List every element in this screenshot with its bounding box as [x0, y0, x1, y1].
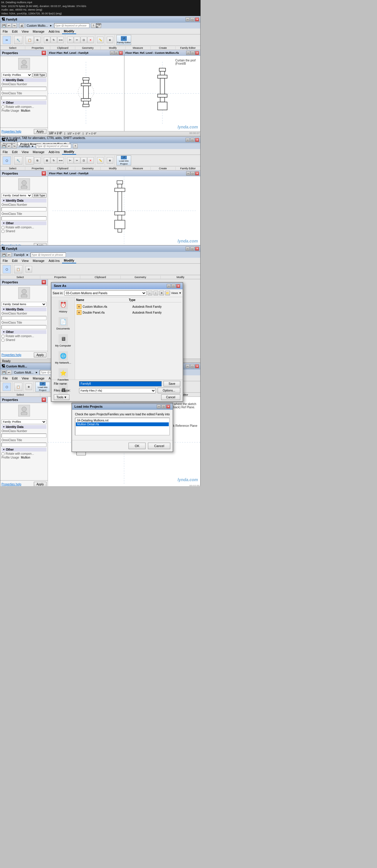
- qa-save-3[interactable]: 💾: [1, 252, 6, 257]
- menu-file-2[interactable]: File: [1, 150, 10, 154]
- props-close-btn-3[interactable]: ✕: [42, 280, 46, 284]
- props-close-btn-2[interactable]: ✕: [42, 172, 46, 176]
- family-type-select-4[interactable]: Family: Profiles: [1, 420, 47, 424]
- rotate-cb-3[interactable]: [1, 335, 4, 338]
- maximize-btn-1[interactable]: □: [190, 17, 194, 22]
- close-btn-4[interactable]: ✕: [195, 364, 199, 368]
- create-btn-2[interactable]: ⊕: [107, 157, 113, 164]
- other-section-3[interactable]: Other: [1, 330, 47, 334]
- dialog-min-4[interactable]: ─: [157, 404, 161, 409]
- saveas-delete-btn[interactable]: ✕: [160, 291, 164, 296]
- qa-undo-3[interactable]: ↩: [7, 252, 11, 257]
- measure-btn-1[interactable]: 📏: [97, 37, 104, 43]
- copy-btn-1[interactable]: ⧉: [34, 37, 40, 43]
- edit-type-btn-1[interactable]: Edit Type: [33, 72, 47, 77]
- saveas-savein-select[interactable]: 03-Custom Mullions and Panels: [64, 290, 146, 296]
- modify-btn-2[interactable]: ⬡: [3, 156, 11, 165]
- load-into-project-btn-4[interactable]: ↗ Load intoProject: [35, 382, 50, 392]
- apply-btn-3[interactable]: Apply: [34, 352, 47, 358]
- split-btn-1[interactable]: ✂: [74, 37, 80, 43]
- identity-data-section-2[interactable]: Identity Data: [1, 199, 47, 203]
- delete-btn-1[interactable]: ✕: [87, 37, 94, 43]
- qa-save-4[interactable]: 💾: [1, 370, 6, 375]
- saveas-max-btn[interactable]: □: [171, 284, 176, 288]
- menu-modify-2[interactable]: Modify: [62, 149, 76, 155]
- saveas-options-btn[interactable]: Options...: [157, 388, 180, 393]
- dialog-cancel-btn[interactable]: Cancel: [148, 443, 170, 449]
- props-close-btn-4[interactable]: ✕: [42, 398, 46, 402]
- load-into-project-btn-2[interactable]: ↗ Load intoProject: [116, 155, 131, 165]
- minimize-btn-1[interactable]: ─: [185, 17, 190, 22]
- props-help-link-1[interactable]: Properties help: [1, 130, 21, 133]
- omni-title-4[interactable]: [1, 443, 47, 447]
- saveas-file-item-1[interactable]: R Custom Mullion.rfa Autodesk Revit Fami…: [76, 304, 181, 310]
- qa-save-2[interactable]: 💾: [1, 144, 6, 149]
- view-min-2[interactable]: ─: [186, 172, 190, 176]
- paste-btn-3[interactable]: 📋: [14, 265, 22, 273]
- close-btn-2[interactable]: ✕: [195, 138, 199, 142]
- saveas-filename-input[interactable]: [79, 381, 162, 386]
- saveas-up-btn[interactable]: ↑: [153, 291, 158, 296]
- minimize-btn-2[interactable]: ─: [185, 138, 190, 142]
- omni-num-3[interactable]: [1, 316, 47, 320]
- menu-edit-2[interactable]: Edit: [10, 150, 20, 154]
- minimize-btn-4[interactable]: ─: [185, 364, 190, 368]
- view-max-btn-r1[interactable]: □: [191, 51, 195, 55]
- paste-btn-2[interactable]: 📋: [26, 156, 34, 165]
- offset-btn-1[interactable]: ⊡: [81, 37, 87, 43]
- dialog-list-item-2[interactable]: Mullion Detail.rfa: [76, 423, 169, 426]
- view-min-btn-r1[interactable]: ─: [186, 51, 190, 55]
- minimize-btn-3[interactable]: ─: [185, 247, 190, 251]
- rotate-checkbox-1[interactable]: [1, 105, 4, 108]
- saveas-save-btn[interactable]: Save: [164, 381, 180, 386]
- menu-view-1[interactable]: View: [20, 29, 31, 34]
- props-close-btn-1[interactable]: ✕: [42, 51, 46, 55]
- omni-num-4[interactable]: [1, 434, 47, 438]
- create-btn-1[interactable]: ⊕: [107, 37, 113, 43]
- qa-signin-btn[interactable]: Sign In: [96, 23, 101, 28]
- menu-modify-1[interactable]: Modify: [62, 29, 76, 34]
- dialog-list-item-1[interactable]: 04-Detailing Mullions.rvt: [76, 418, 169, 423]
- saveas-new-folder-btn[interactable]: 📁: [165, 291, 170, 296]
- menu-manage-3[interactable]: Manage: [31, 258, 46, 263]
- close-btn-1[interactable]: ✕: [195, 17, 199, 22]
- measure-btn-2[interactable]: 📏: [97, 157, 104, 164]
- saveas-back-btn[interactable]: ←: [148, 291, 152, 296]
- paste-btn-1[interactable]: 📋: [26, 36, 34, 44]
- qa-save-btn[interactable]: 💾: [1, 23, 6, 28]
- paste-btn-4[interactable]: 📋: [14, 383, 22, 391]
- saveas-nav-computer[interactable]: 🖥 My Computer: [52, 333, 74, 349]
- family-type-select-2[interactable]: Family: Detail Items: [1, 193, 32, 198]
- mirror-btn-2[interactable]: ⟺: [57, 157, 64, 164]
- qa-undo-2[interactable]: ↩: [7, 144, 11, 149]
- dialog-ok-btn[interactable]: OK: [128, 443, 146, 449]
- family-type-select-1[interactable]: Family: Profiles: [1, 72, 32, 77]
- rotate-btn-2[interactable]: ↻: [51, 157, 57, 164]
- other-section-4[interactable]: Other: [1, 448, 47, 452]
- saveas-nav-docs[interactable]: 📄 Documents: [52, 315, 74, 332]
- menu-file-4[interactable]: File: [1, 376, 10, 381]
- menu-manage-2[interactable]: Manage: [31, 150, 46, 154]
- modify-btn-3[interactable]: ⬡: [3, 265, 11, 273]
- saveas-nav-favorites[interactable]: ⭐ Favorites: [52, 367, 74, 383]
- modify-btn-1[interactable]: ✂: [3, 36, 11, 44]
- saveas-nav-history[interactable]: ⏰ History: [52, 298, 74, 315]
- omniclass-title-input-1[interactable]: [1, 96, 47, 100]
- saveas-file-item-2[interactable]: R Double Panel.rfa Autodesk Revit Family: [76, 310, 181, 315]
- shared-cb-3[interactable]: [1, 339, 4, 342]
- search-input-2[interactable]: [36, 144, 71, 149]
- view-max-btn-1[interactable]: □: [114, 51, 118, 55]
- misc-btn-3[interactable]: ⊕: [26, 266, 32, 273]
- dialog-max-4[interactable]: □: [162, 404, 166, 409]
- qa-redo-2[interactable]: ↪: [12, 144, 17, 149]
- maximize-btn-2[interactable]: □: [190, 138, 194, 142]
- menu-addins-1[interactable]: Add-Ins: [47, 29, 61, 34]
- omniclass-number-input-1[interactable]: [1, 87, 47, 91]
- shared-checkbox-2[interactable]: [1, 230, 4, 233]
- offset-btn-2[interactable]: ⊡: [81, 157, 87, 164]
- view-close-btn-1[interactable]: ✕: [119, 51, 123, 55]
- view-min-btn-1[interactable]: ─: [110, 51, 114, 55]
- search-input-3[interactable]: [31, 252, 66, 257]
- copy-btn-2[interactable]: ⧉: [34, 157, 40, 164]
- qa-help-2[interactable]: ?: [73, 144, 78, 149]
